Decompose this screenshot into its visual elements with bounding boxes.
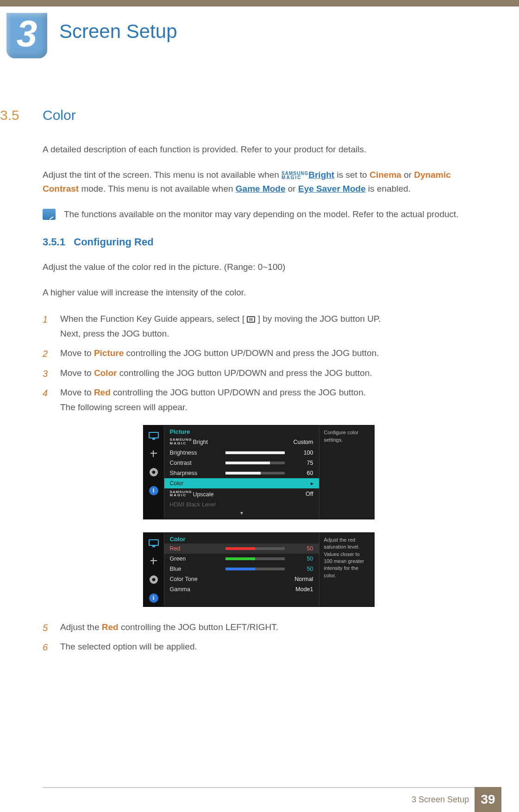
osd-row-magicupscale[interactable]: SAMSUNGMAGICUpscale Off <box>164 488 319 500</box>
picture-label: Picture <box>94 348 124 358</box>
eye-saver-mode-link[interactable]: Eye Saver Mode <box>298 184 366 194</box>
chapter-title: Screen Setup <box>59 20 177 43</box>
steps-list-continued: 5 Adjust the Red controlling the JOG but… <box>43 620 475 655</box>
text: The following screen will appear. <box>60 402 188 412</box>
text: Adjust the <box>60 622 102 632</box>
value: 50 <box>289 566 313 572</box>
step-number: 6 <box>43 639 48 655</box>
settings-tab-icon[interactable] <box>148 574 160 586</box>
position-tab-icon[interactable] <box>148 555 160 567</box>
section-number: 3.5 <box>0 107 19 123</box>
label: Bright <box>193 439 208 446</box>
osd-header: Color <box>164 533 319 543</box>
value: 50 <box>289 556 313 562</box>
picture-tab-icon[interactable] <box>148 537 160 549</box>
osd-row-green[interactable]: Green 50 <box>164 554 319 564</box>
osd-tooltip: Configure color settings. <box>319 425 374 518</box>
value: Custom <box>289 439 313 445</box>
label: Brightness <box>170 450 221 456</box>
osd-color-menu: i Color Red 50 Green 50 Blue 50 Color To… <box>143 532 375 607</box>
subsection-title: Configuring Red <box>74 236 153 248</box>
text: or <box>404 170 414 180</box>
menu-icon <box>247 316 255 323</box>
settings-tab-icon[interactable] <box>148 466 160 478</box>
value: Normal <box>289 576 313 582</box>
text: Move to <box>60 387 94 397</box>
note: The functions available on the monitor m… <box>43 207 475 221</box>
text: Adjust the tint of the screen. This menu… <box>43 170 281 180</box>
slider <box>225 472 285 475</box>
osd-nav-bar: i <box>144 533 164 606</box>
text: ] by moving the JOG button UP. <box>258 314 381 324</box>
step-number: 4 <box>43 385 48 401</box>
chevron-right-icon: ▸ <box>311 480 313 487</box>
osd-row-gamma[interactable]: Gamma Mode1 <box>164 584 319 594</box>
red-label: Red <box>102 622 119 632</box>
value: Off <box>289 491 313 497</box>
value: Mode1 <box>289 586 313 593</box>
section-title: Color <box>43 107 475 123</box>
step-number: 1 <box>43 312 48 327</box>
osd-row-color[interactable]: Color ▸ <box>164 478 319 488</box>
value: 100 <box>289 450 313 456</box>
osd-row-blue[interactable]: Blue 50 <box>164 564 319 574</box>
label: Blue <box>170 566 221 572</box>
position-tab-icon[interactable] <box>148 448 160 460</box>
slider <box>225 568 285 570</box>
osd-row-hdmi-black-level: HDMI Black Level <box>164 500 319 510</box>
label: Sharpness <box>170 470 221 476</box>
bright-link[interactable]: Bright <box>308 170 334 180</box>
subsection-number: 3.5.1 <box>43 236 65 248</box>
osd-menu-list: Color Red 50 Green 50 Blue 50 Color Tone… <box>164 533 319 606</box>
text: controlling the JOG button UP/DOWN and p… <box>113 387 366 397</box>
text: When the Function Key Guide appears, sel… <box>60 314 244 324</box>
note-text: The functions available on the monitor m… <box>64 207 458 221</box>
text: or <box>288 184 298 194</box>
color-label: Color <box>94 368 117 378</box>
text: controlling the JOG button UP/DOWN and p… <box>126 348 379 358</box>
page-content: 3.5 Color A detailed description of each… <box>43 107 475 659</box>
red-label: Red <box>94 387 111 397</box>
osd-row-magicbright[interactable]: SAMSUNGMAGICBright Custom <box>164 436 319 447</box>
step-number: 2 <box>43 346 48 362</box>
info-tab-icon[interactable]: i <box>148 592 160 604</box>
note-icon <box>43 209 56 220</box>
osd-row-brightness[interactable]: Brightness 100 <box>164 448 319 458</box>
step-5: 5 Adjust the Red controlling the JOG but… <box>43 620 475 635</box>
picture-tab-icon[interactable] <box>148 429 160 441</box>
text: The selected option will be applied. <box>60 642 197 651</box>
osd-row-sharpness[interactable]: Sharpness 60 <box>164 468 319 478</box>
magic-text: MAGIC <box>281 175 301 180</box>
step-4: 4 Move to Red controlling the JOG button… <box>43 385 475 415</box>
cinema-mode-label: Cinema <box>369 170 401 180</box>
page-top-bar <box>0 0 519 6</box>
label: Red <box>170 545 221 552</box>
text: mode. This menu is not available when <box>81 184 235 194</box>
value: 60 <box>289 470 313 476</box>
scroll-down-icon[interactable]: ▾ <box>164 510 319 519</box>
slider <box>225 557 285 560</box>
osd-menu-list: Picture SAMSUNGMAGICBright Custom Bright… <box>164 425 319 518</box>
slider <box>225 547 285 550</box>
desc-paragraph-2: A higher value will increase the intensi… <box>43 286 475 299</box>
label: Contrast <box>170 460 221 466</box>
osd-row-red[interactable]: Red 50 <box>164 543 319 554</box>
text: controlling the JOG button UP/DOWN and p… <box>119 368 372 378</box>
step-2: 2 Move to Picture controlling the JOG bu… <box>43 346 475 361</box>
text: Move to <box>60 348 94 358</box>
osd-header: Picture <box>164 425 319 436</box>
label: Green <box>170 556 221 562</box>
text: is set to <box>337 170 369 180</box>
osd-picture-menu: i Picture SAMSUNGMAGICBright Custom Brig… <box>143 425 375 519</box>
text: controlling the JOG button LEFT/RIGHT. <box>121 622 278 632</box>
label: Color Tone <box>170 576 221 582</box>
label: HDMI Black Level <box>170 501 221 508</box>
osd-row-color-tone[interactable]: Color Tone Normal <box>164 574 319 584</box>
info-tab-icon[interactable]: i <box>148 485 160 497</box>
game-mode-link[interactable]: Game Mode <box>236 184 286 194</box>
footer-chapter-title: 3 Screen Setup <box>412 795 469 805</box>
desc-paragraph-1: Adjust the value of the color red in the… <box>43 260 475 274</box>
text: Move to <box>60 368 94 378</box>
osd-row-contrast[interactable]: Contrast 75 <box>164 458 319 468</box>
step-1: 1 When the Function Key Guide appears, s… <box>43 312 475 342</box>
